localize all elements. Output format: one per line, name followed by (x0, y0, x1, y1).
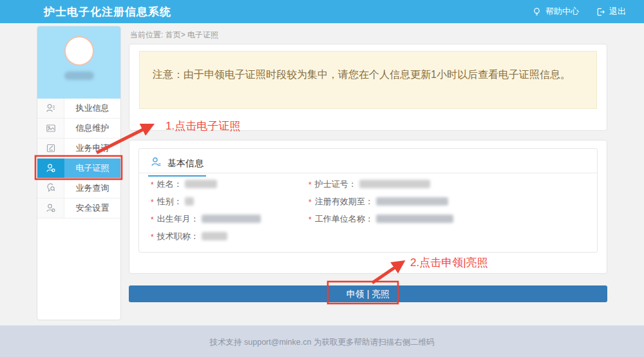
logout-label: 退出 (609, 6, 626, 17)
user-profile-box (37, 26, 120, 99)
sidebar-item-label: 信息维护 (64, 119, 120, 138)
person-document-icon (37, 99, 64, 118)
required-marker: * (308, 215, 312, 224)
field-label: 出生年月： (157, 213, 199, 225)
sidebar-item-label: 安全设置 (64, 198, 120, 218)
required-marker: * (151, 180, 154, 189)
sidebar-item-business-query[interactable]: 业务查询 (37, 179, 120, 198)
photo-icon (37, 119, 64, 138)
basic-info-header: 基本信息 (139, 149, 597, 173)
sidebar-item-business-apply[interactable]: 业务申请 (37, 139, 120, 159)
page-footer: 技术支持 support@minke.cn 为获取更多帮助请扫描右侧二维码 (0, 325, 644, 357)
avatar (64, 36, 94, 66)
sidebar-item-label: 执业信息 (64, 99, 120, 118)
redacted-value (359, 180, 430, 188)
sidebar-item-info-maintenance[interactable]: 信息维护 (37, 119, 120, 139)
sidebar-item-label: 电子证照 (64, 159, 120, 178)
required-marker: * (308, 180, 312, 189)
sidebar-item-e-certificate[interactable]: 电子证照 (37, 159, 120, 179)
person-info-icon (151, 157, 162, 170)
user-name-redacted (64, 72, 94, 80)
fields-column-left: * 姓名： * 性别： * 出生年月： * 技术职称： (151, 175, 261, 245)
required-marker: * (308, 198, 312, 207)
field-licence-no: * 护士证号： (308, 175, 453, 193)
redacted-value (376, 197, 448, 206)
app-title: 护士电子化注册信息系统 (44, 5, 171, 19)
breadcrumb: 当前位置: 首页> 电子证照 (130, 30, 218, 41)
sidebar-menu: 执业信息 信息维护 业务申请 (37, 99, 120, 218)
footer-text: 技术支持 support@minke.cn 为获取更多帮助请扫描右侧二维码 (210, 337, 435, 348)
logout-link[interactable]: 退出 (596, 6, 626, 17)
field-label: 护士证号： (315, 179, 357, 190)
field-label: 性别： (157, 196, 182, 207)
field-label: 技术职称： (157, 231, 199, 242)
basic-info-box: 基本信息 * 姓名： * 性别： * 出生年月： (138, 148, 598, 253)
sidebar-item-practice-info[interactable]: 执业信息 (37, 99, 120, 119)
field-label: 工作单位名称： (315, 213, 374, 225)
help-center-label: 帮助中心 (545, 6, 579, 17)
annotation-step2-text: 2.点击申领|亮照 (410, 255, 488, 270)
sidebar-item-security-settings[interactable]: 安全设置 (37, 198, 120, 218)
app-header: 护士电子化注册信息系统 帮助中心 退出 (0, 0, 644, 23)
field-label: 注册有效期至： (315, 196, 374, 207)
section-title: 基本信息 (167, 158, 204, 169)
search-card-icon (37, 179, 64, 198)
lightbulb-icon (532, 7, 542, 17)
sidebar: 执业信息 信息维护 业务申请 (37, 26, 121, 320)
user-badge-icon (37, 159, 64, 178)
notice-box: 注意：由于申领电子证照时段较为集中，请您在个人信息更新1小时以后查看电子证照信息… (139, 51, 597, 109)
notice-panel: 注意：由于申领电子证照时段较为集中，请您在个人信息更新1小时以后查看电子证照信息… (129, 44, 607, 131)
field-birth: * 出生年月： (151, 210, 261, 227)
logout-icon (596, 7, 605, 17)
redacted-value (202, 232, 227, 240)
required-marker: * (151, 198, 154, 207)
user-gear-icon (37, 198, 64, 218)
field-tech-title: * 技术职称： (151, 227, 261, 245)
redacted-value (202, 215, 261, 223)
sidebar-item-label: 业务查询 (64, 179, 120, 198)
redacted-value (185, 197, 194, 206)
notice-text: 注意：由于申领电子证照时段较为集中，请您在个人信息更新1小时以后查看电子证照信息… (153, 69, 571, 80)
field-label: 姓名： (157, 179, 182, 190)
help-center-link[interactable]: 帮助中心 (532, 6, 579, 17)
required-marker: * (151, 233, 154, 242)
redacted-value (185, 180, 217, 188)
edit-document-icon (37, 139, 64, 158)
apply-show-licence-button[interactable]: 申领 | 亮照 (129, 285, 607, 302)
sidebar-item-label: 业务申请 (64, 139, 120, 158)
fields-column-right: * 护士证号： * 注册有效期至： * 工作单位名称： (308, 175, 453, 227)
app-root: 护士电子化注册信息系统 帮助中心 退出 (0, 0, 644, 357)
required-marker: * (151, 215, 154, 224)
annotation-step1-text: 1.点击电子证照 (166, 119, 240, 133)
field-name: * 姓名： (151, 175, 261, 193)
field-registration-expiry: * 注册有效期至： (308, 193, 453, 210)
basic-info-panel: 基本信息 * 姓名： * 性别： * 出生年月： (129, 140, 607, 274)
redacted-value (376, 215, 453, 223)
field-work-unit: * 工作单位名称： (308, 210, 453, 227)
field-sex: * 性别： (151, 193, 261, 210)
